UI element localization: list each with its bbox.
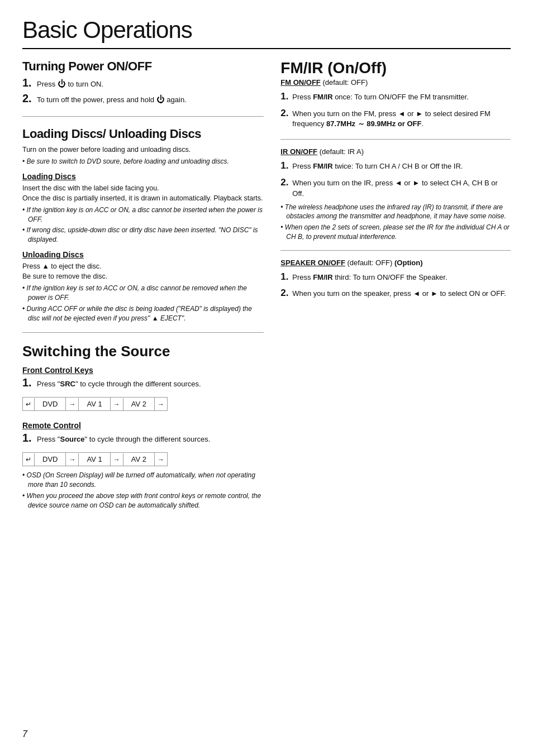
flow-arrow-end-2: → [155,453,167,466]
fm-step-1: 1. Press FM/IR once: To turn ON/OFF the … [280,90,511,104]
flow-arrow-end-1: → [155,398,167,410]
remote-control-step-1: 1. Press "Source" to cycle through the d… [22,432,264,445]
power-step-1: 1. Press ⏻ to turn ON. [22,77,264,90]
speaker-step-num-1: 1. [280,270,291,284]
loading-discs-sub-title: Loading Discs [22,172,264,181]
flow-arrow-2: → [111,398,123,410]
ir-onoff-section: IR ON/OFF (default: IR A) 1. Press FM/IR… [280,147,511,251]
flow-arrow-1: → [66,398,79,410]
front-control-step-1: 1. Press "SRC" to cycle through the diff… [22,377,264,390]
left-column: Turning Power ON/OFF 1. Press ⏻ to turn … [22,59,264,529]
speaker-step-num-2: 2. [280,286,291,300]
loading-discs-note-1: Be sure to switch to DVD soure, before l… [22,157,264,166]
remote-control-step-text: Press "Source" to cycle through the diff… [37,434,210,445]
flow-arrow-4: → [111,453,123,466]
step-text-2: To turn off the power, press and hold ⏻ … [37,93,187,106]
flow-dvd-2: DVD [35,453,66,466]
unloading-discs-sub-title: Unloading Discs [22,250,264,259]
flow-av2-1: AV 2 [123,398,155,410]
step-text-1: Press ⏻ to turn ON. [37,78,103,90]
flow-dvd-1: DVD [35,398,66,410]
switching-source-title: Switching the Source [22,343,264,360]
fm-step-text-2: When you turn on the FM, press ◄ or ► to… [292,109,511,130]
power-step-2: 2. To turn off the power, press and hold… [22,93,264,106]
ir-step-text-2: When you turn on the IR, press ◄ or ► to… [292,178,511,199]
remote-control-step-num: 1. [22,432,35,443]
front-control-step-text: Press "SRC" to cycle through the differe… [37,379,201,390]
flow-arrow-left-2: ↵ [23,453,35,466]
fm-step-num-2: 2. [280,107,291,121]
remote-control-note-2: When you proceed the above step with fro… [22,491,264,510]
ir-step-2: 2. When you turn on the IR, press ◄ or ►… [280,176,511,199]
page-title: Basic Operations [22,17,511,49]
speaker-step-2: 2. When you turn on the speaker, press ◄… [280,286,511,300]
loading-discs-note-wrong: If wrong disc, upside-down disc or dirty… [22,226,264,245]
fm-onoff-label: FM ON/OFF (default: OFF) [280,78,511,87]
turning-power-section: Turning Power ON/OFF 1. Press ⏻ to turn … [22,59,264,117]
ir-onoff-label: IR ON/OFF (default: IR A) [280,147,511,156]
speaker-step-text-2: When you turn on the speaker, press ◄ or… [292,289,506,299]
speaker-onoff-section: SPEAKER ON/OFF (default: OFF) (Option) 1… [280,259,511,310]
fm-step-text-1: Press FM/IR once: To turn ON/OFF the FM … [292,92,468,103]
flow-av1-1: AV 1 [79,398,110,410]
front-control-keys-title: Front Control Keys [22,366,264,375]
remote-control-title: Remote Control [22,421,264,430]
fm-step-num-1: 1. [280,90,291,104]
front-control-step-num: 1. [22,377,35,388]
fm-ir-section: FM/IR (On/Off) FM ON/OFF (default: OFF) … [280,59,511,140]
flow-av1-2: AV 1 [79,453,110,466]
step-num-1: 1. [22,77,35,88]
ir-step-num-2: 2. [280,176,291,190]
step-num-2: 2. [22,93,35,104]
speaker-step-1: 1. Press FM/IR third: To turn ON/OFF the… [280,270,511,284]
fm-ir-title: FM/IR (On/Off) [280,59,511,77]
ir-note-2: When open the 2 sets of screen, please s… [280,223,511,242]
remote-control-note-1: OSD (On Screen Display) will be turned o… [22,471,264,490]
loading-discs-note-acc: If the ignition key is on ACC or ON, a d… [22,205,264,224]
loading-discs-title: Loading Discs/ Unloading Discs [22,127,264,141]
loading-discs-sub-body: Insert the disc with the label side faci… [22,183,264,203]
ir-note-1: The wireless headphone uses the infrared… [280,203,511,222]
ir-step-num-1: 1. [280,159,291,173]
flow-arrow-left-1: ↵ [23,398,35,410]
remote-control-flow: ↵ DVD → AV 1 → AV 2 → [22,448,264,471]
right-column: FM/IR (On/Off) FM ON/OFF (default: OFF) … [280,59,511,529]
ir-step-1: 1. Press FM/IR twice: To turn CH A / CH … [280,159,511,173]
switching-source-section: Switching the Source Front Control Keys … [22,343,264,519]
speaker-onoff-label: SPEAKER ON/OFF (default: OFF) (Option) [280,259,511,267]
flow-av2-2: AV 2 [123,453,155,466]
front-control-flow: ↵ DVD → AV 1 → AV 2 → [22,393,264,415]
loading-discs-body: Turn on the power before loading and unl… [22,145,264,155]
loading-discs-section: Loading Discs/ Unloading Discs Turn on t… [22,127,264,333]
unloading-discs-note-1: If the ignition key is set to ACC or ON,… [22,284,264,303]
fm-step-2: 2. When you turn on the FM, press ◄ or ►… [280,107,511,130]
unloading-discs-body: Press ▲ to eject the disc.Be sure to rem… [22,261,264,281]
ir-step-text-1: Press FM/IR twice: To turn CH A / CH B o… [292,161,463,172]
speaker-step-text-1: Press FM/IR third: To turn ON/OFF the Sp… [292,272,447,283]
page-number: 7 [22,729,27,739]
turning-power-title: Turning Power ON/OFF [22,59,264,74]
unloading-discs-note-2: During ACC OFF or while the disc is bein… [22,304,264,323]
flow-arrow-3: → [66,453,79,466]
